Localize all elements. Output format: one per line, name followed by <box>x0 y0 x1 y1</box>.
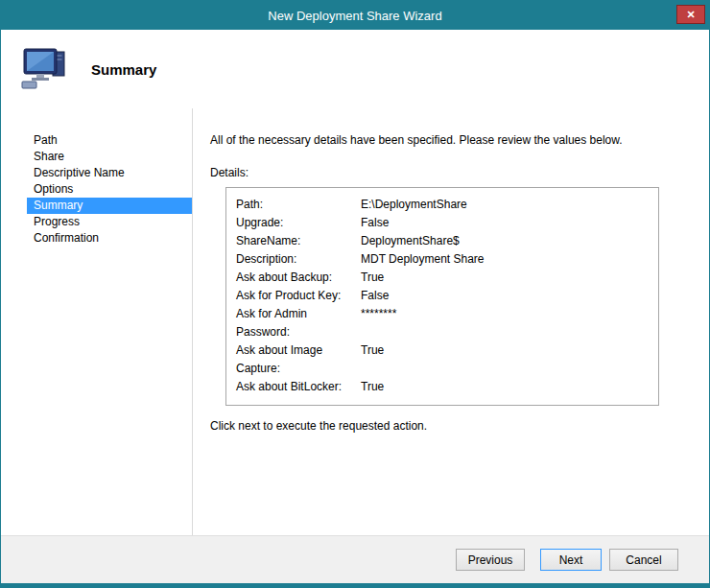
wizard-steps: Path Share Descriptive Name Options Summ… <box>1 108 193 535</box>
detail-value: True <box>361 378 649 396</box>
detail-row: Path: E:\DeploymentShare <box>236 196 649 214</box>
detail-key: ShareName: <box>236 232 361 250</box>
page-title: Summary <box>80 61 156 78</box>
footer-note: Click next to execute the requested acti… <box>210 419 690 433</box>
sidebar-item-options: Options <box>27 181 192 198</box>
detail-key: Ask for Admin Password: <box>236 305 361 341</box>
computer-icon <box>20 45 80 93</box>
body: Path Share Descriptive Name Options Summ… <box>1 108 709 535</box>
close-button[interactable]: ✕ <box>676 5 705 24</box>
detail-key: Ask about Backup: <box>236 269 361 287</box>
detail-key: Description: <box>236 250 361 269</box>
details-panel: Path: E:\DeploymentShare Upgrade: False … <box>225 187 659 406</box>
detail-value: E:\DeploymentShare <box>361 196 649 214</box>
detail-row: Ask about Image Capture: True <box>236 341 649 378</box>
sidebar-item-confirmation: Confirmation <box>27 230 192 247</box>
detail-value: MDT Deployment Share <box>361 250 649 269</box>
button-bar: Previous Next Cancel <box>1 535 709 583</box>
sidebar-item-share: Share <box>27 149 192 165</box>
detail-value: False <box>361 287 649 305</box>
main-content: All of the necessary details have been s… <box>193 108 709 535</box>
detail-value: False <box>361 214 649 232</box>
sidebar-item-descriptive-name: Descriptive Name <box>27 165 192 181</box>
sidebar-item-summary: Summary <box>27 198 192 214</box>
cancel-button[interactable]: Cancel <box>609 549 678 571</box>
detail-row: Description: MDT Deployment Share <box>236 250 649 269</box>
detail-value: DeploymentShare$ <box>361 232 649 250</box>
detail-key: Upgrade: <box>236 214 361 232</box>
window-title: New Deployment Share Wizard <box>268 9 441 23</box>
detail-key: Ask about Image Capture: <box>236 341 361 378</box>
next-button[interactable]: Next <box>540 549 602 571</box>
detail-row: Ask for Admin Password: ******** <box>236 305 649 341</box>
detail-row: Ask for Product Key: False <box>236 287 649 305</box>
detail-row: Ask about BitLocker: True <box>236 378 649 396</box>
detail-row: Upgrade: False <box>236 214 649 232</box>
header: Summary <box>1 30 709 108</box>
detail-value: True <box>361 269 649 287</box>
sidebar-item-path: Path <box>27 132 192 149</box>
titlebar: New Deployment Share Wizard ✕ <box>1 1 709 30</box>
detail-row: Ask about Backup: True <box>236 269 649 287</box>
detail-row: ShareName: DeploymentShare$ <box>236 232 649 250</box>
detail-key: Path: <box>236 196 361 214</box>
previous-button[interactable]: Previous <box>456 549 525 571</box>
intro-text: All of the necessary details have been s… <box>210 133 690 147</box>
detail-key: Ask about BitLocker: <box>236 378 361 396</box>
detail-key: Ask for Product Key: <box>236 287 361 305</box>
sidebar-item-progress: Progress <box>27 214 192 230</box>
wizard-window: New Deployment Share Wizard ✕ Summary <box>0 0 710 588</box>
detail-value: ******** <box>361 305 649 341</box>
close-icon: ✕ <box>686 10 695 20</box>
details-label: Details: <box>210 166 690 179</box>
detail-value: True <box>361 341 649 378</box>
